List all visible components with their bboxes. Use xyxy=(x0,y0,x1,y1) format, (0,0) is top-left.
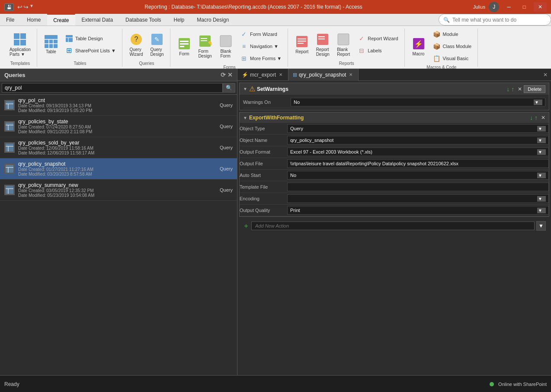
output-format-label: Output Format xyxy=(240,149,287,154)
macro-button[interactable]: ⚡ Macro xyxy=(409,35,428,58)
move-down-icon[interactable]: ↓ xyxy=(506,86,509,93)
user-avatar[interactable]: J xyxy=(489,2,499,12)
template-file-value[interactable] xyxy=(287,183,549,191)
table-button[interactable]: Table xyxy=(42,33,61,56)
form-button[interactable]: Form xyxy=(175,35,194,58)
macro-tab-close-mcr[interactable]: ✕ xyxy=(278,72,284,77)
delete-set-warnings-button[interactable]: Delete xyxy=(524,85,545,93)
tab-external-data[interactable]: External Data xyxy=(75,14,119,26)
query-item-pol-cnt[interactable]: qry_pol_cnt Date Created: 09/19/2019 3:3… xyxy=(0,95,237,116)
macro-action-set-warnings-header[interactable]: ▼ ⚠ SetWarnings ↓ ↑ ✕ Delete xyxy=(240,83,549,95)
form-design-button[interactable]: FormDesign xyxy=(195,32,215,60)
encoding-value[interactable]: ▼ xyxy=(287,194,549,203)
blank-report-label: BlankReport xyxy=(337,47,350,57)
output-quality-dropdown[interactable]: ▼ xyxy=(537,208,546,213)
tab-file[interactable]: File xyxy=(0,14,21,26)
minimize-button[interactable]: ─ xyxy=(503,2,515,12)
table-design-button[interactable]: Table Design xyxy=(62,33,119,44)
output-format-value[interactable]: Excel 97 - Excel 2003 Workbook (*.xls) ▼ xyxy=(287,148,549,156)
query-item-modified: Date Modified: 12/06/2019 11:58:17 AM xyxy=(18,151,216,155)
visual-basic-button[interactable]: 📋 Visual Basic xyxy=(430,53,474,64)
auto-start-dropdown[interactable]: ▼ xyxy=(537,173,546,178)
tab-home[interactable]: Home xyxy=(21,14,47,26)
auto-start-value[interactable]: No ▼ xyxy=(287,171,549,180)
encoding-dropdown[interactable]: ▼ xyxy=(537,196,546,202)
sharepoint-lists-button[interactable]: ⊞ SharePoint Lists ▼ xyxy=(62,45,119,56)
collapse-icon[interactable]: ▼ xyxy=(243,87,247,91)
object-type-dropdown[interactable]: ▼ xyxy=(537,126,546,132)
query-item-modified: Date Modified: 09/19/2019 5:05:20 PM xyxy=(18,108,216,113)
query-wizard-icon: ? xyxy=(129,32,143,46)
navigation-button[interactable]: ≡ Navigation ▼ xyxy=(237,41,284,52)
dropdown-arrow[interactable]: ▼ xyxy=(29,3,34,10)
title-bar: 💾 ↩ ↪ ▼ Reporting : Database- T:\Databas… xyxy=(0,0,551,14)
query-item-type: Query xyxy=(220,166,233,171)
query-item-policy-snapshot[interactable]: qry_policy_snapshot Date Created: 01/27/… xyxy=(0,158,237,180)
object-type-value[interactable]: Query ▼ xyxy=(287,124,549,133)
query-wizard-button[interactable]: ? QueryWizard xyxy=(127,31,146,58)
queries-search-button[interactable]: 🔍 xyxy=(223,83,235,93)
class-module-button[interactable]: 📦 Class Module xyxy=(430,41,474,52)
queries-collapse-icon[interactable]: ✕ xyxy=(227,71,233,78)
macro-section-export-header[interactable]: ▼ ExportWithFormatting ↓ ↑ ✕ xyxy=(240,112,549,123)
export-close-icon[interactable]: ✕ xyxy=(541,115,545,121)
tab-help[interactable]: Help xyxy=(168,14,191,26)
add-action-input[interactable] xyxy=(251,222,535,230)
report-design-button[interactable]: ReportDesign xyxy=(313,31,332,58)
tab-create[interactable]: Create xyxy=(47,14,75,26)
add-action-dropdown[interactable]: ▼ xyxy=(536,221,546,231)
undo-button[interactable]: ↩ xyxy=(17,3,22,10)
object-name-dropdown[interactable]: ▼ xyxy=(537,138,546,143)
query-design-button[interactable]: ✎ QueryDesign xyxy=(147,31,167,58)
tab-database-tools[interactable]: Database Tools xyxy=(119,14,168,26)
macro-close-all[interactable]: ✕ xyxy=(543,72,548,78)
more-forms-button[interactable]: ⊞ More Forms ▼ xyxy=(237,53,284,64)
export-move-up-icon[interactable]: ↑ xyxy=(535,114,538,121)
labels-button[interactable]: ⊟ Labels xyxy=(355,45,400,56)
title-bar-title: Reporting : Database- T:\Databases\Repor… xyxy=(34,4,473,10)
output-format-dropdown[interactable]: ▼ xyxy=(537,149,546,155)
queries-refresh-icon[interactable]: ⟳ xyxy=(221,71,226,78)
maximize-button[interactable]: □ xyxy=(519,2,530,12)
main-area: Queries ⟳ ✕ 🔍 qry_pol_cnt Date Created: … xyxy=(0,69,551,375)
ribbon-group-forms: Form FormDesign BlankForm ✓ xyxy=(171,29,288,67)
save-icon[interactable]: 💾 xyxy=(4,3,14,11)
blank-report-button[interactable]: BlankReport xyxy=(334,31,353,58)
query-item-created: Date Created: 01/27/2021 11:27:16 AM xyxy=(18,167,216,172)
report-wizard-button[interactable]: ✓ Report Wizard xyxy=(355,33,400,44)
query-item-policies-sold[interactable]: qry_policies_sold_by_year Date Created: … xyxy=(0,137,237,158)
svg-rect-22 xyxy=(201,40,207,41)
warning-icon: ⚠ xyxy=(249,85,255,93)
tab-macro-design[interactable]: Macro Design xyxy=(191,14,235,26)
move-up-icon[interactable]: ↑ xyxy=(511,86,514,93)
add-action-plus-icon[interactable]: ＋ xyxy=(243,222,250,231)
application-parts-button[interactable]: ApplicationParts ▼ xyxy=(7,31,33,58)
report-wizard-label: Report Wizard xyxy=(368,36,398,41)
query-item-policies-by-state[interactable]: qry_policies_by_state Date Created: 07/2… xyxy=(0,116,237,137)
close-action-icon[interactable]: ✕ xyxy=(518,86,522,92)
macro-tab-mcr-export[interactable]: ⚡ mcr_export ✕ xyxy=(237,69,288,81)
output-file-field: Output File \\rtpnas\leisure travel data… xyxy=(240,158,549,170)
query-item-name: qry_policies_sold_by_year xyxy=(18,140,216,146)
warnings-on-dropdown[interactable]: ▼ xyxy=(534,100,542,105)
blank-form-button[interactable]: BlankForm xyxy=(216,32,235,60)
svg-rect-30 xyxy=(318,36,325,37)
queries-search-input[interactable] xyxy=(2,83,223,93)
form-wizard-icon: ✓ xyxy=(240,30,248,39)
macro-tab-close-snapshot[interactable]: ✕ xyxy=(348,72,354,77)
ribbon-group-items-tables: Table Table Design ⊞ SharePoint Lists ▼ xyxy=(42,29,119,60)
output-quality-value[interactable]: Print ▼ xyxy=(287,206,549,215)
ribbon-search-input[interactable] xyxy=(452,17,530,23)
macro-tab-policy-snapshot[interactable]: ⊞ qry_policy_snapshot ✕ xyxy=(288,69,359,81)
report-button[interactable]: Report xyxy=(292,33,311,56)
object-name-value[interactable]: qry_policy_snapshot ▼ xyxy=(287,136,549,145)
query-item-policy-summary[interactable]: qry_policy_summary_new Date Created: 03/… xyxy=(0,180,237,201)
close-button[interactable]: ✕ xyxy=(534,2,547,12)
redo-button[interactable]: ↪ xyxy=(23,3,29,10)
form-wizard-button[interactable]: ✓ Form Wizard xyxy=(237,29,284,40)
export-move-down-icon[interactable]: ↓ xyxy=(530,114,533,121)
output-file-value[interactable]: \\rtpnas\leisure travel data\Reporting\P… xyxy=(287,159,549,168)
warnings-on-value[interactable]: No ▼ xyxy=(291,98,545,106)
collapse-export-icon[interactable]: ▼ xyxy=(243,116,247,120)
module-button[interactable]: 📦 Module xyxy=(430,29,474,40)
